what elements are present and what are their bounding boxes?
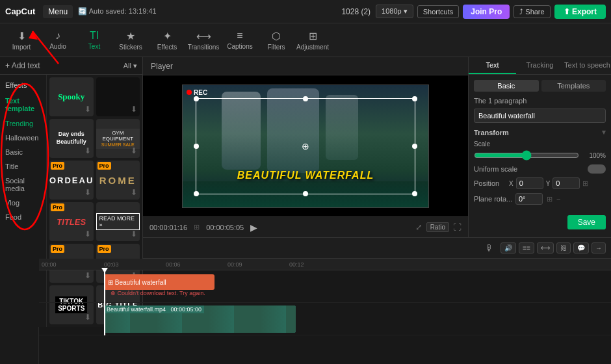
player-title: Player (151, 62, 173, 71)
save-button[interactable]: Save (567, 215, 606, 229)
sidebar-item-social_media[interactable]: Social media (0, 174, 46, 196)
download-icon: ⬇ (131, 188, 137, 197)
download-icon: ⬇ (84, 146, 91, 155)
pos-x-input[interactable] (516, 177, 543, 189)
template-titles[interactable]: ProTITLES⬇ (49, 202, 94, 241)
sub-tab-basic[interactable]: Basic (474, 80, 539, 92)
position-row: Position X Y ⊞ (474, 177, 606, 189)
fullscreen-icon[interactable]: ⤢ (415, 222, 422, 232)
audio-label: Audio (49, 43, 66, 50)
sub-tab-templates[interactable]: Templates (541, 80, 606, 92)
template-dark1[interactable]: ⬇ (96, 77, 140, 116)
sidebar-item-effects[interactable]: Effects (0, 77, 46, 93)
all-filter-button[interactable]: All ▾ (124, 62, 137, 70)
audio-icon: ♪ (55, 30, 60, 42)
plane-rota-input[interactable] (515, 193, 543, 205)
app-logo: CapCut (5, 6, 35, 16)
right-tab-text[interactable]: Text (469, 57, 516, 74)
template-rome[interactable]: ProROME⬇ (96, 161, 140, 200)
resolution-button[interactable]: 1080p ▾ (376, 5, 413, 18)
tool-effects[interactable]: ✦Effects (150, 25, 185, 55)
time-total: 00:00:05:05 (206, 224, 244, 231)
player-ctrl-right: ⤢ Ratio ⛶ (415, 222, 462, 232)
tool-filters[interactable]: ⬡Filters (259, 25, 294, 55)
project-name: 1028 (2) (341, 7, 370, 16)
tl-audio-btn[interactable]: 🔊 (500, 242, 516, 254)
text-clip[interactable]: ⊞ Beautiful waterfall (104, 274, 214, 290)
tool-captions[interactable]: ≡Captions (222, 25, 257, 55)
template-read_more[interactable]: READ MORE »⬇ (96, 202, 140, 241)
video-clip[interactable]: Beautiful waterfall.mp4 00:00:05:00 (104, 306, 296, 333)
sidebar-item-food[interactable]: Food (0, 210, 46, 224)
sub-tabs: BasicTemplates (474, 80, 606, 92)
video-clip-label: Beautiful waterfall.mp4 00:00:05:00 (104, 306, 204, 313)
tl-mic[interactable]: 🎙 (484, 242, 495, 255)
tl-keyframe-btn[interactable]: ≡≡ (519, 242, 534, 254)
download-icon: ⬇ (131, 229, 137, 239)
pro-badge: Pro (98, 162, 111, 170)
play-button[interactable]: ▶ (250, 222, 257, 233)
right-tab-text-to-speech[interactable]: Text to speech (564, 57, 611, 74)
paragraph-label: The 1 paragraph (474, 97, 606, 105)
pro-badge: Pro (51, 245, 64, 253)
adjustment-icon: ⊞ (309, 30, 317, 42)
main-layout: + Add text All ▾ EffectsText templateTre… (0, 57, 611, 237)
ratio-button[interactable]: Ratio (426, 222, 449, 232)
scale-value: 100% (583, 152, 606, 159)
template-gym[interactable]: GYM EQUIPMENTSUMMER SALE⬇ (96, 119, 140, 158)
auto-saved-status: 🔄 Auto saved: 13:19:41 (78, 7, 336, 16)
right-panel-content: BasicTemplates The 1 paragraph Transform… (469, 75, 611, 237)
ruler-mark-2: 00:06 (166, 261, 181, 268)
sidebar-item-trending[interactable]: Trending (0, 116, 46, 131)
shortcuts-button[interactable]: Shortcuts (417, 5, 459, 18)
sidebar-item-text_template[interactable]: Text template (0, 93, 46, 116)
tl-caption-btn[interactable]: 💬 (573, 242, 589, 254)
scale-slider[interactable] (474, 150, 579, 161)
tl-arrow-btn[interactable]: → (592, 242, 606, 254)
add-text-button[interactable]: + Add text (5, 61, 40, 70)
text-icon: TI (90, 30, 99, 42)
template-bordeaux[interactable]: ProBORDEAUX⬇ (49, 161, 94, 200)
player-content[interactable]: REC BEAUTIFUL WATERFALL ⊕ (143, 75, 468, 216)
tl-link-btn[interactable]: ⛓ (556, 242, 571, 254)
expand-icon[interactable]: ⛶ (453, 222, 462, 232)
tool-import[interactable]: ⬇Import (4, 25, 39, 55)
template-day_ends[interactable]: Day endsBeautifully⬇ (49, 119, 94, 158)
tool-transitions[interactable]: ⟷Transitions (186, 25, 221, 55)
sidebar-item-title[interactable]: Title (0, 159, 46, 174)
tl-tracks: ⊞ Beautiful waterfall ⊗ Couldn't downloa… (39, 270, 611, 335)
captions-icon: ≡ (237, 30, 242, 42)
tool-stickers[interactable]: ★Stickers (113, 25, 148, 55)
text-clip-label: ⊞ Beautiful waterfall (108, 279, 166, 286)
sidebar-item-basic[interactable]: Basic (0, 145, 46, 159)
paragraph-input[interactable] (474, 109, 606, 123)
join-pro-button[interactable]: Join Pro (463, 5, 510, 19)
export-button[interactable]: ⬆ Export (554, 5, 606, 19)
ruler-mark-0: 00:00 (42, 261, 57, 268)
adjustment-label: Adjustment (296, 44, 329, 51)
pos-y-input[interactable] (552, 177, 580, 189)
download-icon: ⬇ (84, 105, 91, 114)
x-axis-label: X (509, 180, 514, 187)
tool-adjustment[interactable]: ⊞Adjustment (295, 25, 330, 55)
sidebar-item-halloween[interactable]: Halloween (0, 131, 46, 145)
plane-rota-label: Plane rota... (474, 195, 513, 203)
uniform-scale-toggle[interactable] (588, 164, 606, 174)
tl-speed-btn[interactable]: ⟷ (537, 242, 554, 254)
time-current: 00:00:01:16 (150, 224, 187, 231)
rec-dot (187, 90, 192, 95)
right-tab-tracking[interactable]: Tracking (516, 57, 564, 74)
tool-audio[interactable]: ♪Audio (40, 25, 75, 55)
sidebar-item-vlog[interactable]: Vlog (0, 196, 46, 210)
uniform-scale-row: Uniform scale (474, 164, 606, 174)
tool-text[interactable]: TIText (77, 25, 112, 55)
player-header: Player (143, 57, 468, 75)
pro-badge: Pro (98, 245, 111, 253)
template-spooky[interactable]: Spooky⬇ (49, 77, 94, 116)
share-button[interactable]: ⤴ Share (514, 5, 550, 18)
effects-icon: ✦ (163, 30, 172, 42)
uniform-scale-label: Uniform scale (474, 165, 517, 173)
filters-icon: ⬡ (272, 30, 281, 42)
menu-button[interactable]: Menu (43, 5, 73, 18)
pro-badge: Pro (51, 162, 64, 170)
